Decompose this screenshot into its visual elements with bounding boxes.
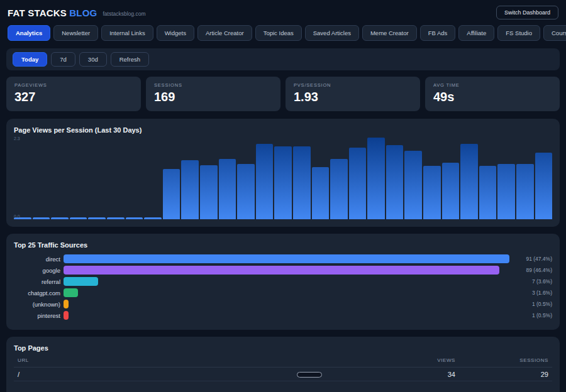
column-header-views: VIEWS xyxy=(380,357,455,363)
traffic-sources-title: Top 25 Traffic Sources xyxy=(14,241,552,249)
chart-bar xyxy=(516,164,534,219)
traffic-bar xyxy=(64,311,69,320)
tab-topic-ideas[interactable]: Topic Ideas xyxy=(255,25,302,41)
chart-bar xyxy=(70,217,87,219)
scroll-pill-indicator[interactable] xyxy=(297,372,322,378)
y-axis-min-label: 0.0 xyxy=(14,214,20,219)
tab-course-sales[interactable]: Course Sales xyxy=(543,25,566,41)
chart-bar xyxy=(330,159,348,219)
traffic-row: direct91 (47.4%) xyxy=(14,254,552,263)
traffic-source-label: google xyxy=(14,267,60,274)
y-axis-max-label: 2.3 xyxy=(14,136,20,141)
stat-label: SESSIONS xyxy=(154,82,272,88)
chart-bar xyxy=(404,151,422,219)
chart-bar xyxy=(181,160,199,219)
chart-bar xyxy=(497,164,515,219)
stat-card-sessions: SESSIONS169 xyxy=(146,77,280,111)
tab-fs-studio[interactable]: FS Studio xyxy=(497,25,540,41)
page-url-cell: / xyxy=(18,371,380,378)
traffic-bar-track xyxy=(64,288,509,297)
chart-bar xyxy=(256,144,274,219)
top-pages-title: Top Pages xyxy=(14,344,552,352)
chart-bar xyxy=(460,144,478,219)
stat-card-pvs-session: PVS/SESSION1.93 xyxy=(286,77,420,111)
chart-bar xyxy=(274,146,292,219)
chart-bar xyxy=(535,153,553,219)
chart-bar xyxy=(163,169,180,219)
stat-value: 1.93 xyxy=(294,90,412,104)
tab-meme-creator[interactable]: Meme Creator xyxy=(362,25,417,41)
date-filter-panel: Today7d30dRefresh xyxy=(6,48,560,70)
tab-newsletter[interactable]: Newsletter xyxy=(53,25,98,41)
tab-internal-links[interactable]: Internal Links xyxy=(101,25,153,41)
traffic-row: chatgpt.com3 (1.6%) xyxy=(14,288,552,297)
stat-card-pageviews: PAGEVIEWS327 xyxy=(6,77,141,111)
traffic-bar xyxy=(64,288,78,297)
pageviews-chart-title: Page Views per Session (Last 30 Days) xyxy=(14,126,552,134)
pageviews-bars xyxy=(14,138,552,219)
stat-value: 49s xyxy=(433,90,552,104)
traffic-row: google89 (46.4%) xyxy=(14,266,552,275)
chart-bar xyxy=(107,217,125,219)
traffic-source-label: referral xyxy=(14,278,60,285)
brand-title: FAT STACKS BLOG xyxy=(8,8,97,18)
tab-affiliate[interactable]: Affiliate xyxy=(458,25,494,41)
top-pages-body: /3429 xyxy=(14,368,552,381)
traffic-row: referral7 (3.6%) xyxy=(14,277,552,286)
stat-value: 327 xyxy=(14,90,133,104)
traffic-source-label: pinterest xyxy=(14,312,60,319)
traffic-bar xyxy=(64,266,499,275)
stat-label: PVS/SESSION xyxy=(294,82,412,88)
filter-button-refresh[interactable]: Refresh xyxy=(111,52,149,67)
chart-bar xyxy=(423,166,441,219)
chart-bar xyxy=(442,163,460,219)
tab-analytics[interactable]: Analytics xyxy=(8,25,50,41)
chart-bar xyxy=(293,146,311,219)
traffic-row: (unknown)1 (0.5%) xyxy=(14,300,552,308)
chart-bar xyxy=(144,217,162,219)
chart-bar xyxy=(312,167,330,219)
traffic-row: pinterest1 (0.5%) xyxy=(14,311,552,320)
switch-dashboard-button[interactable]: Switch Dashboard xyxy=(496,6,558,19)
traffic-bar-track xyxy=(64,254,509,263)
tab-article-creator[interactable]: Article Creator xyxy=(197,25,252,41)
tab-fb-ads[interactable]: FB Ads xyxy=(420,25,456,41)
traffic-sources-card: Top 25 Traffic Sources direct91 (47.4%)g… xyxy=(6,234,560,330)
main-tab-bar: AnalyticsNewsletterInternal LinksWidgets… xyxy=(8,25,558,41)
traffic-sources-rows: direct91 (47.4%)google89 (46.4%)referral… xyxy=(14,254,552,320)
traffic-value-label: 1 (0.5%) xyxy=(509,301,552,307)
brand-accent: BLOG xyxy=(69,8,97,18)
chart-bar xyxy=(51,217,69,219)
stat-label: AVG TIME xyxy=(433,82,552,88)
stat-card-row: PAGEVIEWS327SESSIONS169PVS/SESSION1.93AV… xyxy=(6,77,560,111)
traffic-bar xyxy=(64,254,509,263)
top-pages-table: URL VIEWS SESSIONS /3429 xyxy=(14,357,552,381)
tab-widgets[interactable]: Widgets xyxy=(157,25,194,41)
chart-bar xyxy=(349,148,367,219)
filter-button-30d[interactable]: 30d xyxy=(79,52,107,67)
column-header-sessions: SESSIONS xyxy=(455,357,548,363)
traffic-source-label: chatgpt.com xyxy=(14,290,60,297)
chart-bar xyxy=(219,159,236,219)
pageviews-chart-card: Page Views per Session (Last 30 Days) 2.… xyxy=(6,119,560,227)
traffic-bar xyxy=(64,300,69,308)
chart-bar xyxy=(33,217,50,219)
traffic-value-label: 1 (0.5%) xyxy=(509,312,552,318)
chart-bar xyxy=(386,145,404,219)
traffic-source-label: (unknown) xyxy=(14,301,60,308)
filter-button-today[interactable]: Today xyxy=(13,52,47,67)
traffic-value-label: 91 (47.4%) xyxy=(509,256,552,262)
traffic-value-label: 7 (3.6%) xyxy=(509,278,552,285)
traffic-value-label: 89 (46.4%) xyxy=(509,267,552,273)
stat-card-avg-time: AVG TIME49s xyxy=(425,77,560,111)
tab-saved-articles[interactable]: Saved Articles xyxy=(305,25,359,41)
chart-bar xyxy=(367,138,385,219)
traffic-bar-track xyxy=(64,300,509,308)
traffic-value-label: 3 (1.6%) xyxy=(509,290,552,296)
brand-name: FAT STACKS xyxy=(8,8,67,18)
page-sessions-cell: 29 xyxy=(455,371,548,378)
filter-button-7d[interactable]: 7d xyxy=(51,52,75,67)
chart-bar xyxy=(126,217,143,219)
chart-bar xyxy=(479,166,497,219)
stat-label: PAGEVIEWS xyxy=(14,82,133,88)
